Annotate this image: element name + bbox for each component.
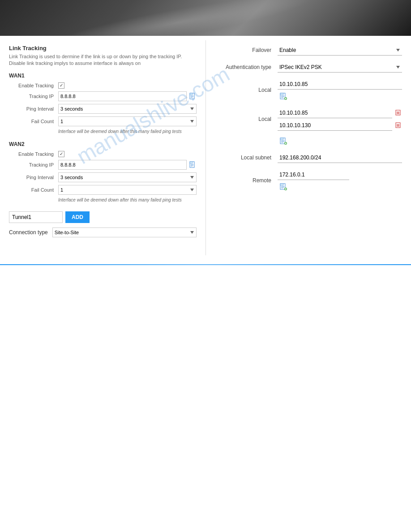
local2-row: Local bbox=[215, 107, 402, 131]
link-tracking-title: Link Tracking bbox=[9, 45, 197, 51]
wan1-tracking-ip-input[interactable] bbox=[58, 91, 187, 101]
wan2-ping-interval-row: Ping Interval 3 seconds bbox=[9, 172, 197, 182]
svg-rect-1 bbox=[190, 93, 193, 95]
local1-input[interactable] bbox=[278, 79, 402, 90]
wan2-fail-count-label: Fail Count bbox=[13, 187, 58, 193]
wan2-fail-count-row: Fail Count 1 bbox=[9, 185, 197, 195]
wan1-fail-count-row: Fail Count 1 bbox=[9, 116, 197, 126]
svg-rect-27 bbox=[280, 138, 283, 140]
svg-rect-35 bbox=[280, 184, 283, 185]
wan2-ping-interval-select[interactable]: 3 seconds bbox=[58, 172, 197, 182]
svg-rect-6 bbox=[190, 162, 193, 163]
wan2-fail-count-select[interactable]: 1 bbox=[58, 185, 197, 195]
local-subnet-row: Local subnet bbox=[215, 152, 402, 163]
auth-type-label: Authentication type bbox=[215, 64, 278, 70]
auth-type-select[interactable]: IPSec IKEv2 PSK IPSec IKEv1 PSK SSL bbox=[278, 62, 402, 73]
wan1-enable-tracking-row: Enable Tracking ✓ bbox=[9, 82, 197, 89]
wan1-tracking-ip-row: Tracking IP bbox=[9, 91, 197, 101]
add-tunnel-button[interactable]: ADD bbox=[65, 211, 90, 223]
failover-label: Failover bbox=[215, 47, 278, 53]
failover-row: Failover Enable Disable bbox=[215, 45, 402, 56]
wan1-enable-tracking-checkbox[interactable]: ✓ bbox=[58, 82, 64, 89]
wan1-fail-count-select[interactable]: 1 bbox=[58, 116, 197, 126]
wan1-ping-interval-label: Ping Interval bbox=[13, 106, 58, 112]
left-panel: Link Tracking Link Tracking is used to d… bbox=[0, 40, 206, 255]
wan2-enable-tracking-row: Enable Tracking ✓ bbox=[9, 151, 197, 157]
right-panel: Failover Enable Disable Authentication t… bbox=[206, 40, 411, 255]
wan2-enable-tracking-label: Enable Tracking bbox=[13, 151, 58, 157]
local2-delete-icon-1[interactable] bbox=[395, 109, 402, 116]
wan1-ping-interval-row: Ping Interval 3 seconds bbox=[9, 104, 197, 114]
local-subnet-input[interactable] bbox=[278, 152, 402, 163]
top-banner bbox=[0, 0, 411, 36]
local2-input-1[interactable] bbox=[278, 107, 392, 118]
link-tracking-section: Link Tracking Link Tracking is used to d… bbox=[9, 45, 197, 67]
wan1-title: WAN1 bbox=[9, 73, 197, 79]
wan1-section: WAN1 Enable Tracking ✓ Tracking IP bbox=[9, 73, 197, 134]
local1-label: Local bbox=[215, 87, 278, 93]
remote-label: Remote bbox=[215, 177, 278, 184]
wan1-tracking-ip-icon[interactable] bbox=[188, 92, 197, 100]
connection-type-row: Connection type Site-to-Site Remote Acce… bbox=[9, 227, 197, 237]
remote-row: Remote bbox=[215, 169, 402, 192]
failover-select[interactable]: Enable Disable bbox=[278, 45, 402, 56]
auth-type-row: Authentication type IPSec IKEv2 PSK IPSe… bbox=[215, 62, 402, 73]
local1-row: Local bbox=[215, 79, 402, 101]
local2-add-row bbox=[215, 137, 402, 146]
svg-rect-11 bbox=[280, 93, 283, 95]
wan1-enable-tracking-label: Enable Tracking bbox=[13, 83, 58, 88]
wan2-tracking-ip-input[interactable] bbox=[58, 160, 187, 170]
connection-type-label: Connection type bbox=[9, 229, 48, 236]
wan2-enable-tracking-checkbox[interactable]: ✓ bbox=[58, 151, 64, 157]
local-subnet-label: Local subnet bbox=[215, 154, 278, 161]
wan1-tracking-ip-label: Tracking IP bbox=[13, 94, 58, 99]
tunnel-name-input[interactable] bbox=[9, 211, 63, 223]
local2-add-icon[interactable] bbox=[279, 137, 287, 145]
connection-type-select[interactable]: Site-to-Site Remote Access bbox=[52, 227, 197, 237]
remote-add-icon[interactable] bbox=[279, 183, 287, 191]
wan2-section: WAN2 Enable Tracking ✓ Tracking IP bbox=[9, 141, 197, 202]
local1-add-icon[interactable] bbox=[279, 92, 287, 100]
wan2-title: WAN2 bbox=[9, 141, 197, 147]
local2-delete-icon-2[interactable] bbox=[395, 122, 402, 129]
local2-input-2[interactable] bbox=[278, 120, 392, 131]
wan2-ping-interval-label: Ping Interval bbox=[13, 175, 58, 180]
link-tracking-desc: Link Tracking is used to dermine if the … bbox=[9, 53, 197, 67]
wan1-ping-interval-select[interactable]: 3 seconds bbox=[58, 104, 197, 114]
tunnel-row: ADD bbox=[9, 211, 197, 223]
wan2-hint: Interface will be deemed down after this… bbox=[9, 197, 197, 202]
wan2-tracking-ip-row: Tracking IP bbox=[9, 160, 197, 170]
local2-label: Local bbox=[215, 116, 278, 122]
bottom-divider bbox=[0, 264, 411, 265]
wan1-hint: Interface will be deemed down after this… bbox=[9, 129, 197, 134]
wan1-fail-count-label: Fail Count bbox=[13, 119, 58, 124]
remote-input[interactable] bbox=[278, 169, 349, 180]
wan2-tracking-ip-label: Tracking IP bbox=[13, 162, 58, 167]
wan2-tracking-ip-icon[interactable] bbox=[188, 161, 197, 169]
